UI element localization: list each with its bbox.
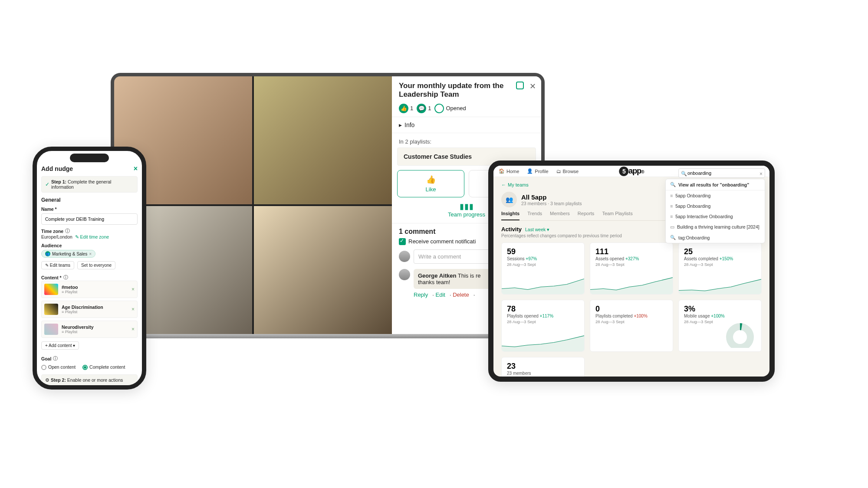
edit-link[interactable]: Edit bbox=[435, 291, 445, 298]
top-nav: 🏠Home 👤Profile 🗂Browse 5app® 🔍 × bbox=[493, 166, 769, 177]
stat-card-assets-completed[interactable]: 25 Assets completed +150% 28 Aug—3 Sept bbox=[678, 242, 762, 295]
goal-open-radio[interactable]: Open content bbox=[41, 364, 76, 370]
circle-icon bbox=[434, 104, 444, 113]
remove-icon[interactable]: × bbox=[89, 252, 92, 256]
laptop-base bbox=[102, 334, 553, 338]
thumbnail bbox=[44, 284, 58, 295]
gear-icon: ⚙ bbox=[45, 377, 49, 383]
checkbox-icon bbox=[399, 238, 406, 245]
close-icon[interactable]: × bbox=[134, 165, 138, 173]
sparkline bbox=[679, 276, 762, 294]
modal-title: Add nudge bbox=[41, 165, 73, 172]
search-dropdown: 🔍View all results for "onboarding" ≡5app… bbox=[665, 179, 765, 243]
search-result[interactable]: ≡5app Onboarding bbox=[666, 201, 765, 211]
sparkline bbox=[590, 276, 673, 294]
step1-row[interactable]: ✓ Step 1: Step 1: Complete the general i… bbox=[41, 176, 138, 193]
home-icon: 🏠 bbox=[499, 168, 505, 174]
search-input[interactable] bbox=[678, 168, 765, 178]
search-result[interactable]: ▭Building a thriving learning culture [2… bbox=[666, 222, 765, 232]
team-sub: 23 members · 3 team playlists bbox=[521, 201, 582, 206]
close-icon[interactable]: ✕ bbox=[529, 82, 536, 91]
donut-chart bbox=[725, 322, 755, 348]
content-label: Content * ⓘ bbox=[41, 275, 138, 281]
info-icon: ⓘ bbox=[65, 228, 70, 234]
period-select[interactable]: Last week ▾ bbox=[525, 227, 549, 232]
timezone-label: Time zone ⓘ bbox=[41, 228, 138, 234]
thumbs-up-icon: 👍 bbox=[426, 175, 436, 184]
tab-team-playlists[interactable]: Team Playlists bbox=[602, 211, 632, 220]
avatar bbox=[399, 269, 410, 280]
stat-card-playlists-completed[interactable]: 0 Playlists completed +100% 28 Aug—3 Sep… bbox=[590, 300, 673, 352]
team-avatar: 👥 bbox=[501, 192, 517, 207]
search-result[interactable]: 🔍View all results for "onboarding" bbox=[666, 179, 765, 190]
info-icon: ⓘ bbox=[63, 275, 68, 281]
thumbs-up-icon: 👍 bbox=[399, 104, 408, 113]
remove-icon[interactable]: × bbox=[132, 306, 135, 312]
search-result[interactable]: 🔍tag:Onboarding bbox=[666, 232, 765, 243]
stack-icon: 🗂 bbox=[556, 169, 561, 174]
tablet-frame: 🏠Home 👤Profile 🗂Browse 5app® 🔍 × 🔍View a… bbox=[488, 160, 775, 382]
like-count: 👍 1 bbox=[399, 104, 413, 113]
stat-card-sessions[interactable]: 59 Sessions +97% 28 Aug—3 Sept bbox=[501, 242, 585, 295]
thumbnail bbox=[44, 304, 58, 315]
info-icon: ⓘ bbox=[53, 356, 58, 362]
edit-timezone-link[interactable]: Edit time zone bbox=[80, 234, 109, 239]
comment-count: 💬 1 bbox=[417, 104, 431, 113]
edit-teams-button[interactable]: ✎ Edit teams bbox=[41, 261, 74, 269]
stat-card-assets-opened[interactable]: 111 Assets opened +327% 28 Aug—3 Sept bbox=[590, 242, 673, 295]
present-icon[interactable] bbox=[516, 82, 524, 89]
nav-home[interactable]: 🏠Home bbox=[499, 168, 519, 174]
team-icon: 👥 bbox=[45, 251, 50, 256]
nav-browse[interactable]: 🗂Browse bbox=[556, 169, 579, 174]
list-icon: ≡ bbox=[670, 193, 673, 198]
stat-card-playlists-opened[interactable]: 78 Playlists opened +117% 28 Aug—3 Sept bbox=[501, 300, 585, 352]
video-tile bbox=[254, 76, 392, 204]
set-everyone-button[interactable]: Set to everyone bbox=[77, 261, 115, 269]
video-grid bbox=[114, 76, 392, 334]
arrow-left-icon: ← bbox=[501, 182, 506, 187]
thumbnail bbox=[44, 324, 58, 335]
list-icon: ≡ bbox=[670, 203, 673, 209]
search-result[interactable]: ≡5app Onboarding bbox=[666, 190, 765, 201]
content-item[interactable]: Age Discrimination≡ Playlist × bbox=[41, 301, 138, 318]
tab-trends[interactable]: Trends bbox=[527, 211, 542, 220]
content-item[interactable]: Neurodiversity≡ Playlist × bbox=[41, 321, 138, 338]
opened-status: Opened bbox=[434, 104, 466, 113]
activity-title: Activity bbox=[501, 226, 522, 233]
step2-row[interactable]: ⚙ Step 2: Enable one or more actions Ste… bbox=[41, 374, 138, 385]
like-button[interactable]: 👍 Like bbox=[397, 170, 464, 197]
nav-profile[interactable]: 👤Profile bbox=[527, 168, 548, 174]
search-icon: 🔍 bbox=[681, 171, 687, 177]
clear-icon[interactable]: × bbox=[760, 171, 763, 177]
info-toggle[interactable]: ▸ Info bbox=[392, 117, 541, 133]
search-icon: 🔍 bbox=[670, 182, 676, 187]
caret-right-icon: ▸ bbox=[399, 121, 402, 128]
avatar bbox=[399, 251, 410, 262]
tag-icon: 🔍 bbox=[670, 235, 676, 240]
team-name: All 5app bbox=[521, 193, 582, 201]
remove-icon[interactable]: × bbox=[132, 326, 135, 332]
phone-notch bbox=[70, 154, 109, 162]
reply-link[interactable]: Reply bbox=[414, 291, 428, 298]
stat-card-mobile-usage[interactable]: 3% Mobile usage +100% 28 Aug—3 Sept bbox=[678, 300, 762, 352]
tab-members[interactable]: Members bbox=[550, 211, 570, 220]
user-icon: 👤 bbox=[527, 168, 533, 174]
audience-chip[interactable]: 👥 Marketing & Sales × bbox=[41, 250, 95, 258]
delete-link[interactable]: Delete bbox=[453, 291, 469, 298]
add-content-button[interactable]: + Add content ▾ bbox=[41, 341, 79, 350]
content-item[interactable]: #metoo≡ Playlist × bbox=[41, 281, 138, 298]
timezone-value: Europe/London ✎ Edit time zone bbox=[41, 234, 138, 239]
logo: 5app® bbox=[619, 167, 644, 176]
stat-card-members[interactable]: 23 23 members bbox=[501, 357, 585, 382]
tab-insights[interactable]: Insights bbox=[501, 211, 519, 220]
general-heading: General bbox=[41, 197, 138, 203]
audience-label: Audience bbox=[41, 243, 138, 248]
goal-complete-radio[interactable]: Complete content bbox=[82, 364, 125, 370]
tab-reports[interactable]: Reports bbox=[578, 211, 595, 220]
svg-point-0 bbox=[730, 327, 750, 347]
phone-frame: Add nudge × ✓ Step 1: Step 1: Complete t… bbox=[33, 147, 146, 390]
remove-icon[interactable]: × bbox=[132, 286, 135, 292]
name-input[interactable] bbox=[41, 213, 138, 225]
list-icon: ≡ bbox=[670, 214, 673, 219]
search-result[interactable]: ≡5app Interactive Onboarding bbox=[666, 211, 765, 222]
